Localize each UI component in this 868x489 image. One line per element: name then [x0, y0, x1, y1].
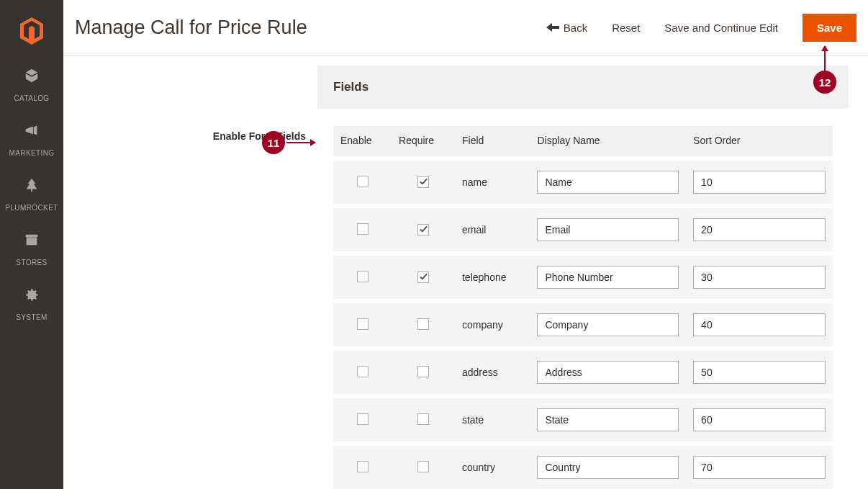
enable-checkbox[interactable]: [357, 413, 369, 425]
sort-order-input[interactable]: [693, 218, 826, 241]
annotation-badge-11: 11: [262, 131, 285, 154]
require-checkbox[interactable]: [417, 318, 429, 330]
col-require-header: Require: [392, 126, 455, 158]
storefront-icon: [0, 232, 63, 251]
table-row: state: [333, 396, 833, 444]
field-name-cell: name: [455, 158, 530, 206]
table-row: address: [333, 349, 833, 396]
require-checkbox[interactable]: [417, 272, 429, 283]
display-name-input[interactable]: [537, 266, 679, 289]
enable-checkbox[interactable]: [357, 461, 369, 472]
col-enable-header: Enable: [333, 126, 392, 158]
display-name-input[interactable]: [537, 171, 679, 194]
sidebar-item-label: PLUMROCKET: [5, 204, 58, 212]
table-row: telephone: [333, 254, 833, 301]
save-button[interactable]: Save: [803, 14, 856, 42]
col-dname-header: Display Name: [530, 126, 686, 158]
field-name-cell: country: [455, 444, 530, 489]
sidebar-item-plumrocket[interactable]: PLUMROCKET: [0, 169, 63, 223]
table-row: company: [333, 301, 833, 349]
table-header-row: Enable Require Field Display Name Sort O…: [333, 126, 833, 158]
enable-checkbox[interactable]: [357, 366, 369, 377]
field-name-cell: address: [455, 349, 530, 396]
back-button[interactable]: Back: [546, 22, 587, 34]
save-continue-button[interactable]: Save and Continue Edit: [664, 22, 778, 34]
arrow-left-icon: [546, 22, 559, 34]
form-fields-table: Enable Require Field Display Name Sort O…: [333, 126, 833, 489]
require-checkbox[interactable]: [417, 224, 429, 235]
enable-checkbox[interactable]: [357, 176, 369, 187]
col-sort-header: Sort Order: [686, 126, 833, 158]
display-name-input[interactable]: [537, 313, 679, 336]
page-title: Manage Call for Price Rule: [75, 17, 307, 39]
enable-checkbox[interactable]: [357, 318, 369, 330]
field-name-cell: company: [455, 301, 530, 349]
annotation-arrow-12: [824, 46, 826, 71]
sidebar-item-label: SYSTEM: [16, 313, 48, 321]
cube-icon: [0, 68, 63, 86]
page-header: Manage Call for Price Rule Back Reset Sa…: [63, 0, 868, 56]
table-row: email: [333, 206, 833, 254]
panel-body: Enable Form Fields Enable Require Field …: [317, 109, 849, 489]
admin-sidebar: CATALOG MARKETING PLUMROCKET STORES SYST…: [0, 0, 63, 489]
require-checkbox[interactable]: [417, 461, 429, 472]
sidebar-item-marketing[interactable]: MARKETING: [0, 114, 63, 169]
field-name-cell: telephone: [455, 254, 530, 301]
tree-icon: [0, 177, 63, 196]
main-content: Fields Enable Form Fields Enable Require…: [63, 56, 868, 489]
display-name-input[interactable]: [537, 408, 679, 431]
col-field-header: Field: [455, 126, 530, 158]
gear-icon: [0, 287, 63, 305]
sort-order-input[interactable]: [693, 456, 826, 479]
megaphone-icon: [0, 122, 63, 141]
sidebar-item-label: STORES: [16, 259, 47, 266]
require-checkbox[interactable]: [417, 176, 429, 188]
sort-order-input[interactable]: [693, 408, 826, 431]
sidebar-item-stores[interactable]: STORES: [0, 223, 63, 278]
sidebar-item-label: CATALOG: [14, 94, 49, 102]
annotation-badge-12: 12: [813, 71, 836, 94]
sidebar-item-label: MARKETING: [9, 149, 54, 157]
table-row: name: [333, 158, 833, 206]
sort-order-input[interactable]: [693, 361, 826, 384]
enable-checkbox[interactable]: [357, 223, 369, 235]
table-row: country: [333, 444, 833, 489]
sort-order-input[interactable]: [693, 313, 826, 336]
fields-panel: Fields Enable Form Fields Enable Require…: [317, 65, 849, 489]
sort-order-input[interactable]: [693, 266, 826, 289]
reset-button[interactable]: Reset: [612, 22, 640, 34]
display-name-input[interactable]: [537, 361, 679, 384]
sidebar-item-system[interactable]: SYSTEM: [0, 278, 63, 333]
back-label: Back: [564, 22, 587, 34]
annotation-arrow-11: [286, 142, 315, 143]
reset-label: Reset: [612, 22, 640, 34]
require-checkbox[interactable]: [417, 366, 429, 377]
sort-order-input[interactable]: [693, 171, 826, 194]
panel-title: Fields: [317, 66, 849, 109]
save-continue-label: Save and Continue Edit: [664, 22, 778, 34]
magento-logo[interactable]: [0, 7, 63, 59]
sidebar-item-catalog[interactable]: CATALOG: [0, 59, 63, 114]
field-name-cell: state: [455, 396, 530, 444]
enable-checkbox[interactable]: [357, 271, 369, 282]
header-actions: Back Reset Save and Continue Edit Save: [546, 14, 856, 42]
require-checkbox[interactable]: [417, 413, 429, 425]
display-name-input[interactable]: [537, 218, 679, 241]
field-name-cell: email: [455, 206, 530, 254]
display-name-input[interactable]: [537, 456, 679, 479]
enable-form-fields-label: Enable Form Fields: [184, 130, 306, 142]
